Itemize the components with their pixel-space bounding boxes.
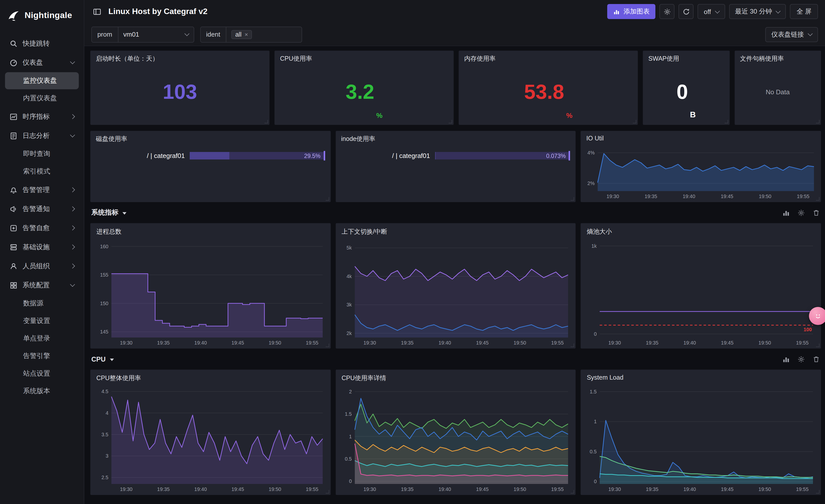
section-actions (782, 355, 820, 363)
panel-title[interactable]: 进程总数 (94, 228, 326, 236)
sidebar-item-alert-management[interactable]: 告警管理 (5, 180, 79, 199)
chevron-right-icon (70, 245, 75, 250)
sidebar-item-alert-selfheal[interactable]: 告警自愈 (5, 219, 79, 237)
sidebar-item-variable-settings[interactable]: 变量设置 (5, 313, 79, 330)
brand-logo[interactable]: Nightingale (0, 0, 84, 31)
app-root: Nightingale 快捷跳转 仪表盘 监控仪表盘 内置仪表盘 时序指标 日 (0, 0, 825, 504)
main-area: Linux Host by Categraf v2 添加图表 off 最近 (84, 0, 825, 504)
feedback-float-button[interactable] (809, 307, 825, 325)
svg-text:19:35: 19:35 (646, 340, 659, 345)
panel-title[interactable]: CPU整体使用率 (94, 374, 326, 383)
sidebar-item-log-analysis[interactable]: 日志分析 (5, 127, 79, 145)
panel-title[interactable]: 熵池大小 (585, 228, 817, 236)
add-panel-icon[interactable] (782, 209, 790, 217)
gear-icon[interactable] (798, 209, 805, 217)
no-data-label: No Data (766, 88, 790, 95)
sidebar-item-metrics[interactable]: 时序指标 (5, 107, 79, 126)
add-chart-label: 添加图表 (623, 7, 650, 16)
svg-text:3: 3 (105, 453, 108, 458)
sidebar-item-alert-notification[interactable]: 告警通知 (5, 199, 79, 218)
svg-text:19:45: 19:45 (721, 193, 733, 199)
svg-text:2.5: 2.5 (101, 475, 108, 480)
stat-value: 0 (676, 82, 688, 102)
sidebar-item-label: 仪表盘 (22, 58, 66, 67)
chevron-right-icon (70, 114, 75, 119)
sidebar-item-index-patterns[interactable]: 索引模式 (5, 163, 79, 180)
collapse-sidebar-button[interactable] (91, 6, 102, 17)
stat-panel-cpu: CPU使用率 3.2% (275, 51, 454, 125)
dashboard-settings-button[interactable] (660, 4, 675, 19)
svg-text:155: 155 (100, 272, 108, 277)
gauge-cap (569, 151, 570, 161)
trash-icon[interactable] (813, 355, 820, 363)
gear-icon[interactable] (798, 355, 805, 363)
panel-title[interactable]: System Load (585, 374, 817, 381)
svg-text:4: 4 (105, 410, 108, 416)
svg-text:19:30: 19:30 (363, 340, 376, 345)
sidebar-item-infrastructure[interactable]: 基础设施 (5, 238, 79, 256)
ident-filter-group: ident all × (200, 26, 302, 43)
sidebar-item-dashboards[interactable]: 仪表盘 (5, 53, 79, 72)
sidebar-item-builtin-dashboards[interactable]: 内置仪表盘 (5, 90, 79, 107)
sidebar-item-quick-jump[interactable]: 快捷跳转 (5, 34, 79, 53)
panel-cpu-detail: CPU使用率详情 00.511.5219:3019:3519:4019:4519… (335, 369, 576, 495)
stat-value: 3.2 (346, 82, 374, 102)
svg-text:19:35: 19:35 (157, 340, 170, 345)
svg-text:19:55: 19:55 (796, 487, 809, 492)
sidebar-item-system-config[interactable]: 系统配置 (5, 276, 79, 295)
svg-text:19:30: 19:30 (607, 193, 619, 199)
svg-text:19:40: 19:40 (194, 487, 207, 492)
sidebar-subitem-label: 即时查询 (23, 150, 50, 159)
svg-text:19:45: 19:45 (476, 487, 489, 492)
sidebar-item-label: 时序指标 (22, 112, 66, 121)
ident-select[interactable]: all × (226, 27, 302, 42)
dashboard-links-select[interactable]: 仪表盘链接 (765, 27, 818, 42)
svg-text:19:55: 19:55 (306, 340, 318, 345)
tag-close-icon[interactable]: × (245, 31, 248, 38)
sidebar-item-site-settings[interactable]: 站点设置 (5, 365, 79, 382)
disk-gauge-row: / | categraf01 29.5% (96, 152, 325, 160)
collapse-caret-icon[interactable] (123, 212, 127, 215)
fullscreen-label: 全 屏 (797, 7, 812, 16)
svg-text:19:30: 19:30 (120, 487, 133, 492)
sidebar-item-instant-query[interactable]: 即时查询 (5, 146, 79, 163)
sidebar-subitem-label: 变量设置 (23, 317, 50, 326)
svg-text:19:45: 19:45 (721, 487, 734, 492)
chevron-down-icon (808, 31, 813, 36)
page-title: Linux Host by Categraf v2 (108, 7, 208, 16)
sidebar-item-label: 告警管理 (22, 185, 66, 194)
sidebar-item-system-version[interactable]: 系统版本 (5, 383, 79, 400)
svg-text:0: 0 (349, 479, 352, 484)
collapse-caret-icon[interactable] (109, 358, 114, 361)
sidebar-item-datasources[interactable]: 数据源 (5, 295, 79, 312)
sidebar-subitem-label: 站点设置 (23, 369, 50, 378)
sidebar-item-sso[interactable]: 单点登录 (5, 330, 79, 347)
time-range-select[interactable]: 最近 30 分钟 (729, 4, 786, 19)
svg-text:19:50: 19:50 (759, 487, 771, 492)
sidebar-item-monitor-dashboards[interactable]: 监控仪表盘 (5, 72, 79, 89)
sidebar-item-organization[interactable]: 人员组织 (5, 257, 79, 275)
fullscreen-button[interactable]: 全 屏 (790, 4, 818, 19)
add-panel-icon[interactable] (782, 355, 790, 363)
trash-icon[interactable] (813, 209, 820, 217)
svg-text:19:55: 19:55 (797, 193, 810, 199)
sidebar-item-alert-engine[interactable]: 告警引擎 (5, 347, 79, 364)
panel-title[interactable]: CPU使用率详情 (340, 374, 572, 383)
svg-text:19:50: 19:50 (759, 193, 771, 199)
svg-text:19:40: 19:40 (683, 193, 695, 199)
refresh-button[interactable] (679, 4, 694, 19)
section-title[interactable]: CPU (91, 355, 105, 363)
cpu-charts-row: CPU整体使用率 2.533.544.519:3019:3519:4019:45… (90, 369, 821, 495)
search-icon (9, 39, 17, 48)
prom-select[interactable]: vm01 (118, 27, 194, 42)
refresh-interval-select[interactable]: off (698, 4, 725, 19)
panel-title[interactable]: 上下文切换/中断 (340, 228, 572, 236)
add-chart-button[interactable]: 添加图表 (607, 4, 656, 19)
section-title[interactable]: 系统指标 (91, 208, 119, 217)
panel-title[interactable]: IO Util (586, 135, 816, 142)
filter-bar: prom vm01 ident all × 仪表盘链接 (84, 23, 825, 46)
panel-system-load: System Load 00.511.519:3019:3519:4019:45… (581, 369, 821, 495)
panel-title: inode使用率 (341, 135, 570, 144)
svg-text:4%: 4% (588, 150, 595, 156)
svg-text:19:35: 19:35 (646, 487, 659, 492)
